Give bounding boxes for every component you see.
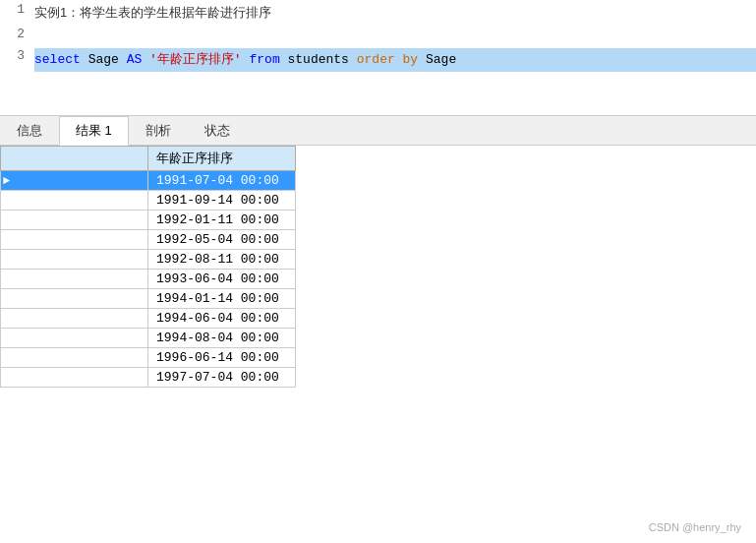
table-row[interactable]: ►1991-07-04 00:00 xyxy=(1,171,296,191)
kw-sage: Sage xyxy=(88,52,127,67)
line-number-empty-2 xyxy=(0,93,34,95)
line-number-3: 3 xyxy=(0,46,34,63)
table-row[interactable]: 1992-01-11 00:00 xyxy=(1,211,296,230)
kw-sage2: Sage xyxy=(426,52,456,67)
row-indicator-cell xyxy=(1,368,148,388)
row-value: 1994-06-04 00:00 xyxy=(148,309,296,329)
table-row[interactable]: 1996-06-14 00:00 xyxy=(1,348,296,368)
table-row[interactable]: 1997-07-04 00:00 xyxy=(1,368,296,388)
row-indicator-cell xyxy=(1,250,148,270)
line-content-3[interactable]: select Sage AS '年龄正序排序' from students or… xyxy=(34,46,756,72)
code-line-1: 1 实例1：将学生表的学生根据年龄进行排序 xyxy=(0,0,756,25)
results-area[interactable]: 年龄正序排序 ►1991-07-04 00:001991-09-14 00:00… xyxy=(0,146,756,543)
row-value: 1992-08-11 00:00 xyxy=(148,250,296,270)
row-indicator: ► xyxy=(3,174,10,188)
row-indicator-cell xyxy=(1,191,148,211)
kw-students: students xyxy=(288,52,357,67)
column-header: 年龄正序排序 xyxy=(148,147,296,171)
editor-area: 1 实例1：将学生表的学生根据年龄进行排序 2 3 select Sage AS… xyxy=(0,0,756,116)
kw-by: by xyxy=(403,52,419,67)
row-value: 1994-01-14 00:00 xyxy=(148,289,296,309)
code-line-empty-2 xyxy=(0,93,756,115)
bottom-section: 信息 结果 1 剖析 状态 年龄正序排序 ►1991-07-04 00:0019… xyxy=(0,116,756,543)
tab-status[interactable]: 状态 xyxy=(188,116,247,146)
code-line-empty-1 xyxy=(0,72,756,93)
kw-alias: '年龄正序排序' xyxy=(149,52,242,67)
line-content-empty-2 xyxy=(34,93,756,95)
line-content-empty-1 xyxy=(34,72,756,74)
table-row[interactable]: 1994-06-04 00:00 xyxy=(1,309,296,329)
watermark: CSDN @henry_rhy xyxy=(649,521,741,533)
kw-select: select xyxy=(34,52,81,67)
code-line-2: 2 xyxy=(0,25,756,46)
table-row[interactable]: 1994-01-14 00:00 xyxy=(1,289,296,309)
row-indicator-cell: ► xyxy=(1,171,148,191)
row-indicator-cell xyxy=(1,289,148,309)
line-content-1: 实例1：将学生表的学生根据年龄进行排序 xyxy=(34,0,756,25)
line-number-1: 1 xyxy=(0,0,34,17)
row-value: 1996-06-14 00:00 xyxy=(148,348,296,368)
line-content-2 xyxy=(34,25,756,27)
sql-line: select Sage AS '年龄正序排序' from students or… xyxy=(34,48,756,72)
row-indicator-cell xyxy=(1,230,148,250)
table-row[interactable]: 1993-06-04 00:00 xyxy=(1,270,296,289)
row-value: 1997-07-04 00:00 xyxy=(148,368,296,388)
row-indicator-cell xyxy=(1,348,148,368)
kw-order: order xyxy=(357,52,395,67)
row-value: 1992-01-11 00:00 xyxy=(148,211,296,230)
row-value: 1991-09-14 00:00 xyxy=(148,191,296,211)
table-row[interactable]: 1991-09-14 00:00 xyxy=(1,191,296,211)
line-number-empty-1 xyxy=(0,72,34,74)
result-table: 年龄正序排序 ►1991-07-04 00:001991-09-14 00:00… xyxy=(0,146,296,388)
kw-from: from xyxy=(249,52,279,67)
table-row[interactable]: 1994-08-04 00:00 xyxy=(1,329,296,348)
tabs-bar: 信息 结果 1 剖析 状态 xyxy=(0,116,756,146)
row-value: 1993-06-04 00:00 xyxy=(148,270,296,289)
main-container: 1 实例1：将学生表的学生根据年龄进行排序 2 3 select Sage AS… xyxy=(0,0,756,543)
kw-as: AS xyxy=(127,52,143,67)
row-indicator-cell xyxy=(1,211,148,230)
row-indicator-cell xyxy=(1,270,148,289)
line-number-2: 2 xyxy=(0,25,34,41)
row-indicator-cell xyxy=(1,309,148,329)
tab-result1[interactable]: 结果 1 xyxy=(59,116,129,146)
comment-text-1: 实例1：将学生表的学生根据年龄进行排序 xyxy=(34,5,271,20)
row-value: 1991-07-04 00:00 xyxy=(148,171,296,191)
tab-profile[interactable]: 剖析 xyxy=(129,116,188,146)
table-row[interactable]: 1992-05-04 00:00 xyxy=(1,230,296,250)
code-line-3: 3 select Sage AS '年龄正序排序' from students … xyxy=(0,46,756,72)
row-indicator-cell xyxy=(1,329,148,348)
row-value: 1992-05-04 00:00 xyxy=(148,230,296,250)
tab-info[interactable]: 信息 xyxy=(0,116,59,146)
table-row[interactable]: 1992-08-11 00:00 xyxy=(1,250,296,270)
row-value: 1994-08-04 00:00 xyxy=(148,329,296,348)
